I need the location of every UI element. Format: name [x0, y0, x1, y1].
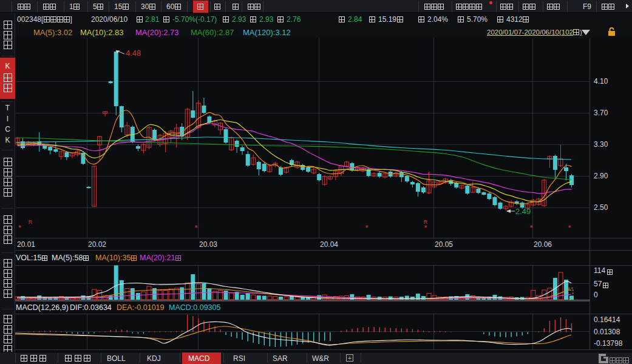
- svg-text:3.70: 3.70: [594, 109, 608, 117]
- svg-text:20.01: 20.01: [17, 240, 35, 249]
- svg-text:*: *: [529, 223, 532, 232]
- svg-text:20.03: 20.03: [199, 240, 217, 249]
- svg-text:-0.13798: -0.13798: [594, 339, 623, 348]
- svg-text:3.30: 3.30: [594, 140, 608, 149]
- svg-text:*: *: [194, 223, 197, 232]
- svg-text:2.49: 2.49: [515, 207, 531, 216]
- svg-text:0: 0: [594, 291, 598, 299]
- svg-text:4.10: 4.10: [594, 77, 608, 86]
- svg-text:R: R: [424, 219, 428, 225]
- svg-text:20.05: 20.05: [435, 240, 453, 249]
- svg-text:*: *: [365, 223, 368, 232]
- svg-text:0.16414: 0.16414: [594, 315, 620, 324]
- svg-text:4.48: 4.48: [126, 49, 141, 58]
- svg-text:114: 114: [594, 266, 605, 275]
- svg-text:2.90: 2.90: [594, 172, 608, 180]
- svg-text:20.06: 20.06: [534, 240, 552, 249]
- svg-text:20.02: 20.02: [88, 240, 106, 249]
- svg-text:R: R: [29, 219, 33, 225]
- svg-text:0.01308: 0.01308: [594, 328, 620, 336]
- svg-text:20.04: 20.04: [320, 240, 338, 249]
- svg-text:*: *: [568, 223, 571, 232]
- svg-text:57: 57: [594, 280, 602, 288]
- svg-text:2.50: 2.50: [594, 203, 608, 212]
- svg-text:*: *: [18, 223, 21, 232]
